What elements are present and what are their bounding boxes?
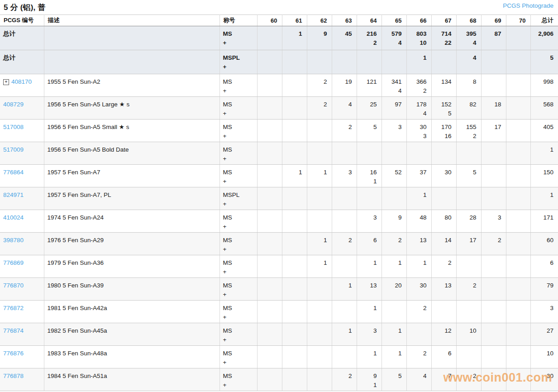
grade-cell-60	[257, 255, 282, 278]
pcgs-number-link[interactable]: 408729	[3, 101, 24, 108]
grade-cell-67: 2	[431, 255, 456, 278]
coin-description: 1974 5 Fen Sun-A24	[44, 210, 219, 233]
header-grade-61: 61	[282, 15, 307, 26]
grade-count: 9	[308, 29, 327, 38]
grade-count: 1	[308, 236, 327, 245]
pcgs-number-link[interactable]: 776864	[3, 169, 24, 176]
grade-cell-70	[506, 233, 530, 255]
grade-cell-60	[257, 142, 282, 165]
coin-description: 1983 5 Fen Sun-A48a	[44, 346, 219, 368]
grade-cell-62	[307, 210, 332, 233]
grade-cell-65: 3	[382, 120, 406, 142]
grade-count: 2	[432, 258, 452, 268]
grade-cell-68: 2	[456, 278, 481, 301]
pcgs-number-link[interactable]: 776874	[3, 327, 24, 334]
grade-cell-70	[506, 346, 530, 368]
grade-count: 216	[358, 29, 377, 38]
designation-cell: MS+	[219, 97, 257, 120]
grade-count: 5	[358, 123, 377, 132]
grade-cell-69	[481, 368, 506, 391]
grade-cell-69: 17	[481, 120, 506, 142]
population-table: PCGS 编号描述称号6061626364656667686970总计 总计MS…	[0, 14, 558, 391]
designation-label: MS	[223, 281, 257, 290]
pcgs-number-cell: 776872	[0, 301, 44, 323]
grade-cell-64: 3	[357, 323, 382, 346]
table-row: 5170091956 5 Fen Sun-A5 Bold DateMS+1	[0, 142, 558, 165]
header-grade-65: 65	[382, 15, 406, 26]
grade-cell-70	[506, 278, 530, 301]
pcgs-number-link[interactable]: 776876	[3, 350, 24, 357]
pcgs-number-link[interactable]: 776872	[3, 305, 24, 311]
pcgs-number-link[interactable]: 776869	[3, 259, 24, 266]
row-total-cell: 568	[530, 97, 558, 120]
table-header-row: PCGS 编号描述称号6061626364656667686970总计	[0, 15, 558, 26]
grade-count: 28	[457, 213, 477, 222]
pcgs-number-link[interactable]: 410024	[3, 214, 24, 221]
grade-cell-70	[506, 97, 530, 120]
grade-cell-60	[257, 301, 282, 323]
grade-cell-63	[332, 301, 357, 323]
grade-cell-63	[332, 210, 357, 233]
grade-cell-60	[257, 165, 282, 187]
expand-icon[interactable]: +	[3, 79, 9, 85]
grade-cell-69	[481, 278, 506, 301]
coin-description: 1957 5 Fen Sun-A7, PL	[44, 187, 219, 210]
pcgs-number-cell: 408729	[0, 97, 44, 120]
coin-description: 1957 5 Fen Sun-A7	[44, 165, 219, 187]
grade-cell-67: 1525	[431, 97, 456, 120]
grade-cell-67	[431, 142, 456, 165]
designation-cell: MS+	[219, 210, 257, 233]
grade-cell-64: 6	[357, 233, 382, 255]
grade-count: 1	[333, 326, 352, 335]
grade-count: 19	[333, 77, 352, 86]
pcgs-photograde-link[interactable]: PCGS Photograde	[503, 2, 553, 9]
grade-count: 3	[382, 123, 402, 132]
designation-label: MS	[223, 123, 257, 132]
grade-cell-67: 6	[431, 346, 456, 368]
grade-cell-65: 52	[382, 165, 406, 187]
grade-cell-68: 2	[456, 368, 481, 391]
designation-plus: +	[223, 335, 257, 344]
grade-cell-66: 1	[406, 187, 431, 210]
grade-cell-66: 2	[406, 346, 431, 368]
pcgs-number-link[interactable]: 408170	[11, 78, 32, 85]
designation-plus: +	[223, 381, 257, 390]
pcgs-number-link[interactable]: 398780	[3, 237, 24, 244]
grade-cell-64: 121	[357, 74, 382, 97]
grade-cell-67	[431, 50, 456, 74]
row-total-cell: 6	[530, 255, 558, 278]
designation-label: MS	[223, 100, 257, 109]
table-row: 7768691979 5 Fen Sun-A36MS+111126	[0, 255, 558, 278]
grade-cell-68: 3954	[456, 26, 481, 50]
grade-cell-64: 13	[357, 278, 382, 301]
grade-cell-69	[481, 50, 506, 74]
row-total-cell: 405	[530, 120, 558, 142]
grade-cell-67: 17016	[431, 120, 456, 142]
designation-label: MS	[223, 77, 257, 86]
table-row: 7768761983 5 Fen Sun-A48aMS+112610	[0, 346, 558, 368]
header-grade-63: 63	[332, 15, 357, 26]
pcgs-number-link[interactable]: 776878	[3, 373, 24, 379]
pcgs-number-link[interactable]: 824971	[3, 191, 24, 198]
header-description: 描述	[44, 15, 219, 26]
grade-count: 134	[432, 77, 452, 86]
grade-cell-61	[282, 187, 307, 210]
grade-count: 4	[407, 372, 427, 381]
grade-plus-count: 22	[432, 38, 452, 48]
pcgs-number-cell: 410024	[0, 210, 44, 233]
grade-cell-68: 1552	[456, 120, 481, 142]
pcgs-number-link[interactable]: 517009	[3, 146, 24, 153]
grade-cell-62: 1	[307, 165, 332, 187]
pcgs-number-link[interactable]: 776870	[3, 282, 24, 289]
designation-plus: +	[223, 154, 257, 163]
grade-cell-68	[456, 346, 481, 368]
grade-cell-66: 3662	[406, 74, 431, 97]
grade-count: 30	[407, 123, 427, 132]
grade-cell-68	[456, 255, 481, 278]
grade-cell-61: 1	[282, 26, 307, 50]
designation-cell: MS+	[219, 278, 257, 301]
designation-plus: +	[223, 132, 257, 141]
pcgs-number-link[interactable]: 517008	[3, 124, 24, 130]
designation-label: MS	[223, 236, 257, 245]
grade-cell-61	[282, 210, 307, 233]
